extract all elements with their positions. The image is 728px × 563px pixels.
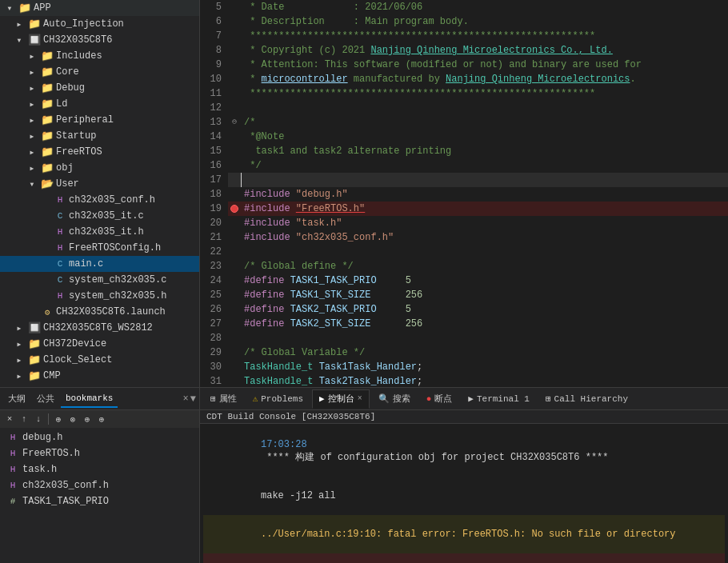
bookmark-add-button[interactable]: ⊕ bbox=[52, 413, 65, 425]
line-number: 25 bbox=[200, 288, 228, 302]
bookmark-label: task.h bbox=[22, 464, 57, 475]
line-number: 12 bbox=[200, 101, 228, 115]
tab-dayu[interactable]: 大纲 bbox=[3, 390, 30, 408]
code-editor[interactable]: 5 * Date : 2021/06/06 6 * Description : … bbox=[200, 0, 728, 387]
line-gutter bbox=[228, 317, 241, 331]
sidebar-item-peripheral[interactable]: ▶ 📁 Peripheral bbox=[0, 112, 199, 128]
line-content: TaskHandle_t Task1Task_Handler; bbox=[241, 360, 728, 374]
expand-arrow-icon: ▼ bbox=[13, 34, 26, 46]
tab-label: 控制台 bbox=[328, 393, 354, 405]
sidebar-item-app[interactable]: ▼ 📁 APP bbox=[0, 0, 199, 16]
line-content: ****************************************… bbox=[241, 86, 728, 101]
code-line-17[interactable]: 17 bbox=[200, 173, 728, 187]
sidebar-item-label: main.c bbox=[69, 258, 103, 270]
code-content: 5 * Date : 2021/06/06 6 * Description : … bbox=[200, 0, 728, 387]
divider bbox=[48, 413, 49, 425]
sidebar-item-includes[interactable]: ▶ 📁 Includes bbox=[0, 48, 199, 64]
sidebar-item-conf-h[interactable]: H ch32x035_conf.h bbox=[0, 192, 199, 208]
line-content: task1 and task2 alternate printing bbox=[241, 144, 728, 158]
line-gutter bbox=[228, 29, 241, 43]
bookmark-remove-button[interactable]: × bbox=[3, 413, 16, 425]
minimize-panel-icon[interactable]: ▼ bbox=[190, 393, 196, 405]
tab-gonggong[interactable]: 公共 bbox=[32, 390, 59, 408]
sidebar-item-main-c[interactable]: C main.c bbox=[0, 256, 199, 272]
bookmark-filter-button[interactable]: ⊕ bbox=[81, 413, 94, 425]
sidebar-item-debug[interactable]: ▶ 📁 Debug bbox=[0, 80, 199, 96]
console-output[interactable]: 17:03:28 **** 构建 of configuration obj fo… bbox=[200, 424, 728, 563]
list-item[interactable]: H debug.h bbox=[0, 429, 199, 445]
sidebar-item-system-h[interactable]: H system_ch32x035.h bbox=[0, 288, 199, 304]
tab-breakpoints[interactable]: ● 断点 bbox=[419, 389, 460, 409]
code-line-20: 20 #include "task.h" bbox=[200, 216, 728, 230]
file-c-icon: C bbox=[54, 258, 66, 270]
tab-terminal[interactable]: ▶ Terminal 1 bbox=[461, 389, 537, 409]
list-item[interactable]: H FreeRTOS.h bbox=[0, 445, 199, 461]
expand-arrow-icon: ▶ bbox=[26, 130, 38, 142]
tab-call-hierarchy[interactable]: ⊞ Call Hierarchy bbox=[538, 389, 635, 409]
sidebar-item-launch[interactable]: ⚙ CH32X035C8T6.launch bbox=[0, 304, 199, 320]
list-item[interactable]: H ch32x035_conf.h bbox=[0, 477, 199, 493]
line-number: 9 bbox=[200, 58, 228, 72]
tab-label: 搜索 bbox=[393, 393, 410, 405]
file-c-icon: C bbox=[54, 274, 66, 286]
sidebar-item-core[interactable]: ▶ 📁 Core bbox=[0, 64, 199, 80]
sidebar-item-freertos[interactable]: ▶ 📁 FreeRTOS bbox=[0, 144, 199, 160]
sidebar-item-ld[interactable]: ▶ 📁 Ld bbox=[0, 96, 199, 112]
sidebar-item-label: Peripheral bbox=[56, 114, 114, 126]
code-line-27: 27 #define TASK2_STK_SIZE 256 bbox=[200, 317, 728, 331]
sidebar-item-auto-injection[interactable]: ▶ 📁 Auto_Injection bbox=[0, 16, 199, 32]
bookmarks-tabs: 大纲 公共 bookmarks × ▼ bbox=[0, 388, 199, 410]
folder-icon: 📁 bbox=[41, 114, 54, 126]
tab-close-icon[interactable]: × bbox=[358, 394, 362, 403]
list-item[interactable]: # TASK1_TASK_PRIO bbox=[0, 493, 199, 509]
code-line-25: 25 #define TASK1_STK_SIZE 256 bbox=[200, 288, 728, 302]
line-number: 15 bbox=[200, 144, 228, 158]
folder-icon: 📁 bbox=[41, 82, 54, 94]
line-number: 22 bbox=[200, 245, 228, 259]
expand-arrow-icon: ▶ bbox=[26, 162, 38, 174]
line-content bbox=[241, 245, 728, 259]
file-c-icon: C bbox=[54, 210, 66, 222]
sidebar-item-startup[interactable]: ▶ 📁 Startup bbox=[0, 128, 199, 144]
file-h-icon: H bbox=[6, 447, 19, 460]
tab-bookmarks[interactable]: bookmarks bbox=[61, 390, 118, 408]
breakpoints-icon: ● bbox=[426, 394, 432, 404]
bookmark-settings-button[interactable]: ⊕ bbox=[95, 413, 108, 425]
expand-arrow-icon: ▼ bbox=[26, 178, 38, 190]
line-gutter bbox=[228, 86, 241, 101]
folder-open-icon: 📂 bbox=[41, 178, 54, 190]
line-gutter bbox=[228, 144, 241, 158]
line-number: 28 bbox=[200, 331, 228, 345]
code-line-10: 10 * microcontroller manufactured by Nan… bbox=[200, 72, 728, 86]
line-content: #include "FreeRTOS.h" bbox=[241, 202, 728, 216]
bookmark-link-button[interactable]: ⊗ bbox=[66, 413, 79, 425]
sidebar-item-clock-select[interactable]: ▶ 📁 Clock_Select bbox=[0, 352, 199, 368]
sidebar: ▼ 📁 APP ▶ 📁 Auto_Injection ▼ 🔲 CH32X035C… bbox=[0, 0, 200, 387]
bookmark-label: ch32x035_conf.h bbox=[22, 480, 109, 491]
tab-properties[interactable]: ⊞ 属性 bbox=[203, 389, 244, 409]
bookmark-up-button[interactable]: ↑ bbox=[18, 413, 30, 425]
console-title: CDT Build Console [CH32X035C8T6] bbox=[206, 412, 375, 421]
sidebar-item-it-c[interactable]: C ch32x035_it.c bbox=[0, 208, 199, 224]
tab-console[interactable]: ▶ 控制台 × bbox=[312, 389, 370, 409]
sidebar-item-ch372device[interactable]: ▶ 📁 CH372Device bbox=[0, 336, 199, 352]
search-icon: 🔍 bbox=[378, 393, 390, 404]
sidebar-item-cmp[interactable]: ▶ 📁 CMP bbox=[0, 368, 199, 384]
line-gutter bbox=[228, 274, 241, 288]
spacer bbox=[38, 226, 51, 238]
list-item[interactable]: H task.h bbox=[0, 461, 199, 477]
sidebar-item-system-c[interactable]: C system_ch32x035.c bbox=[0, 272, 199, 288]
line-content: *@Note bbox=[241, 130, 728, 144]
sidebar-item-obj[interactable]: ▶ 📁 obj bbox=[0, 160, 199, 176]
tab-problems[interactable]: ⚠ Problems bbox=[246, 389, 310, 409]
fold-arrow-icon[interactable]: ⊖ bbox=[232, 115, 237, 130]
tab-search[interactable]: 🔍 搜索 bbox=[371, 389, 418, 409]
sidebar-item-ws2812[interactable]: ▶ 🔲 CH32X035C8T6_WS2812 bbox=[0, 320, 199, 336]
line-gutter bbox=[228, 14, 241, 29]
close-panel-icon[interactable]: × bbox=[183, 393, 189, 405]
sidebar-item-ch32x035c8t6[interactable]: ▼ 🔲 CH32X035C8T6 bbox=[0, 32, 199, 48]
sidebar-item-freertosconfig[interactable]: H FreeRTOSConfig.h bbox=[0, 240, 199, 256]
bookmark-down-button[interactable]: ↓ bbox=[32, 413, 45, 425]
sidebar-item-user[interactable]: ▼ 📂 User bbox=[0, 176, 199, 192]
sidebar-item-it-h[interactable]: H ch32x035_it.h bbox=[0, 224, 199, 240]
